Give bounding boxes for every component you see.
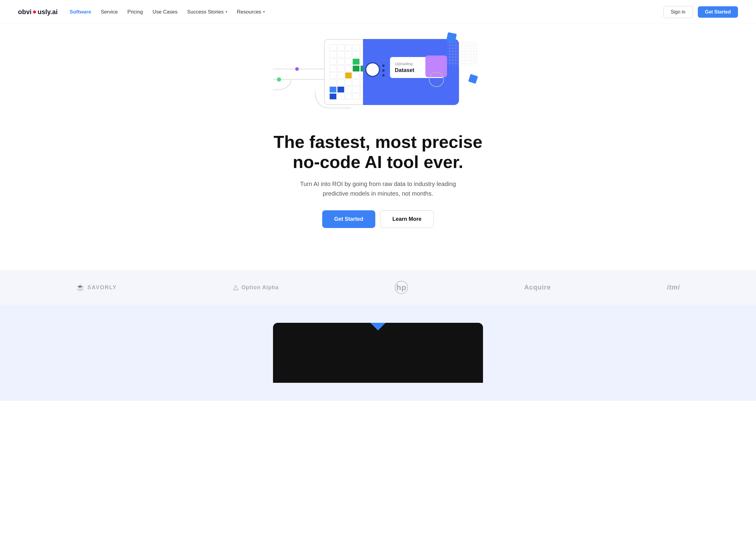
get-started-nav-button[interactable]: Get Started — [698, 6, 738, 18]
bottom-section — [0, 305, 756, 401]
nav-links: Software Service Pricing Use Cases Succe… — [69, 9, 265, 15]
nav-right: Sign in Get Started — [663, 6, 738, 18]
chevron-down-icon: ▾ — [226, 10, 227, 14]
acquire-label: Acquire — [524, 284, 551, 291]
dial-knob — [365, 63, 380, 77]
logo-itmi: itmi — [667, 284, 680, 291]
option-alpha-label: Option Alpha — [241, 284, 279, 291]
diamond-decoration — [370, 323, 386, 330]
itmi-label: itmi — [667, 284, 680, 291]
nav-success-stories[interactable]: Success Stories ▾ — [187, 9, 227, 15]
savorly-icon: ☕ — [76, 284, 84, 291]
hp-label: hp — [395, 281, 408, 294]
nav-use-cases[interactable]: Use Cases — [153, 9, 178, 15]
logo-dot — [33, 11, 36, 14]
circle-deco — [429, 72, 444, 87]
logos-strip: ☕ SAVORLY △ Option Alpha hp Acquire itmi — [0, 270, 756, 305]
nav-software[interactable]: Software — [69, 9, 91, 15]
logo-hp: hp — [395, 281, 408, 294]
nav-left: obviusly.ai Software Service Pricing Use… — [18, 8, 265, 16]
dot-1 — [382, 65, 385, 67]
nav-service[interactable]: Service — [101, 9, 118, 15]
get-started-button[interactable]: Get Started — [322, 210, 375, 228]
curved-pipe-svg — [315, 90, 351, 114]
navbar: obviusly.ai Software Service Pricing Use… — [0, 0, 756, 24]
logo-text2: usly.ai — [38, 8, 58, 16]
svg-point-2 — [295, 67, 299, 71]
logo-savorly: ☕ SAVORLY — [76, 284, 117, 291]
signin-button[interactable]: Sign in — [663, 6, 693, 18]
logo-acquire: Acquire — [524, 284, 551, 291]
svg-point-3 — [277, 77, 281, 81]
dot-3 — [382, 74, 385, 76]
chevron-down-icon: ▾ — [263, 10, 265, 14]
blue-diamond-bottom — [468, 74, 478, 84]
blue-diamond-top — [446, 32, 457, 43]
shape-grid-dots — [447, 42, 477, 66]
hero-headline: The fastest, most precise no-code AI too… — [261, 132, 495, 172]
nav-resources[interactable]: Resources ▾ — [237, 9, 265, 15]
logo-text: obvi — [18, 8, 32, 16]
savorly-label: SAVORLY — [87, 284, 117, 291]
hero-subtext: Turn AI into ROI by going from raw data … — [291, 179, 465, 198]
dot-2 — [382, 69, 385, 72]
logo[interactable]: obviusly.ai — [18, 8, 58, 16]
logo-option-alpha: △ Option Alpha — [233, 284, 279, 291]
hero-actions: Get Started Learn More — [322, 210, 434, 228]
dots-column — [382, 65, 385, 76]
nav-pricing[interactable]: Pricing — [128, 9, 143, 15]
hero-section: Uploading: Dataset The fastest, most pre… — [0, 24, 756, 270]
app-mockup — [273, 323, 483, 383]
option-alpha-icon: △ — [233, 284, 238, 291]
learn-more-button[interactable]: Learn More — [380, 210, 434, 228]
hero-illustration: Uploading: Dataset — [18, 36, 738, 120]
